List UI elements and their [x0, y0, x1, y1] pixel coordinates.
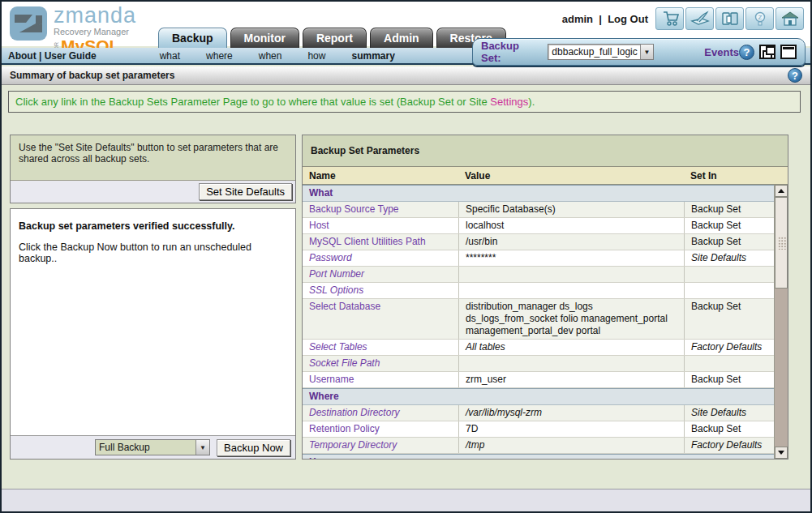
backup-now-actions: Full Backup ▼ Backup Now: [11, 435, 295, 459]
page-title-bar: Summary of backup set parameters ?: [2, 66, 810, 85]
info-message-before: Click any link in the Backup Sets Parame…: [15, 96, 490, 108]
bulb-tip-icon[interactable]: Z: [745, 7, 774, 30]
site-defaults-box: Use the "Set Site Defaults" button to se…: [10, 135, 296, 203]
param-link[interactable]: Select Tables: [309, 341, 367, 353]
param-value: zrm_user: [458, 372, 684, 387]
param-link[interactable]: Retention Policy: [309, 423, 380, 434]
param-link[interactable]: SSL Options: [309, 284, 363, 296]
info-message-bar: Click any link in the Backup Sets Parame…: [8, 91, 801, 113]
forum-icon[interactable]: [715, 7, 744, 30]
user-separator: |: [599, 13, 602, 25]
param-value: /tmp: [458, 438, 684, 453]
scrollbar-thumb[interactable]: [775, 197, 788, 289]
param-link[interactable]: Password: [309, 252, 352, 263]
param-set-in: Factory Defaults: [684, 438, 775, 453]
column-header-value: Value: [458, 170, 684, 182]
param-link[interactable]: MySQL Client Utilities Path: [309, 236, 426, 247]
backup-set-select-value: dbbackup_full_logic: [548, 45, 639, 59]
main-tabs: Backup Monitor Report Admin Restore: [158, 28, 506, 48]
quill-signup-icon[interactable]: [685, 7, 714, 30]
subnav-how[interactable]: how: [307, 50, 325, 62]
table-row: Destination Directory /var/lib/mysql-zrm…: [303, 405, 775, 421]
table-row: Port Number: [303, 267, 775, 283]
table-row: Temporary Directory /tmp Factory Default…: [303, 438, 775, 454]
column-header-set-in: Set In: [684, 170, 788, 182]
brand-subtitle: Recovery Manager: [54, 28, 136, 36]
param-link[interactable]: Backup Source Type: [309, 203, 399, 215]
settings-link[interactable]: Settings: [490, 96, 528, 108]
chevron-down-icon[interactable]: ▼: [195, 440, 209, 455]
site-defaults-actions: Set Site Defaults: [11, 181, 295, 203]
subnav-when[interactable]: when: [259, 50, 282, 62]
param-link[interactable]: Destination Directory: [309, 407, 399, 418]
table-row: Backup Source Type Specific Database(s) …: [303, 202, 775, 218]
backup-type-select[interactable]: Full Backup ▼: [95, 439, 210, 455]
param-value: ********: [458, 250, 684, 266]
tab-report[interactable]: Report: [303, 28, 367, 48]
status-text: Click the Backup Now button to run an un…: [11, 232, 295, 264]
parameters-table: What Backup Source Type Specific Databas…: [303, 185, 775, 459]
help-icon[interactable]: ?: [739, 45, 754, 60]
restore-window-icon[interactable]: [759, 45, 775, 59]
about-user-guide-links[interactable]: About | User Guide: [8, 50, 97, 62]
footer-bar: [2, 489, 810, 511]
subnav-summary[interactable]: summary: [351, 50, 394, 62]
table-row: Socket File Path: [303, 356, 775, 372]
backup-now-button[interactable]: Backup Now: [217, 439, 290, 456]
home-icon[interactable]: [775, 7, 804, 30]
section-label: How: [303, 455, 775, 459]
table-row: Username zrm_user Backup Set: [303, 372, 775, 388]
param-value: /usr/bin: [458, 234, 684, 250]
page-help-icon[interactable]: ?: [788, 68, 802, 83]
set-site-defaults-button[interactable]: Set Site Defaults: [199, 183, 292, 200]
header-toolbar: Z: [655, 7, 804, 30]
param-set-in: Site Defaults: [684, 250, 775, 266]
param-value: 7D: [458, 421, 684, 437]
tab-backup[interactable]: Backup: [158, 28, 227, 48]
param-link[interactable]: Select Database: [309, 301, 380, 312]
backup-set-label: Backup Set:: [481, 40, 541, 64]
param-link[interactable]: Port Number: [309, 268, 364, 280]
table-row: Select Database distribution_manager ds_…: [303, 299, 775, 340]
backup-subnav-links: what where when how summary: [160, 50, 395, 62]
parameters-table-wrap: What Backup Source Type Specific Databas…: [303, 185, 788, 459]
logout-link[interactable]: Log Out: [608, 13, 648, 25]
chevron-down-icon[interactable]: ▼: [640, 45, 654, 59]
param-link[interactable]: Temporary Directory: [309, 439, 397, 451]
param-value: [458, 356, 684, 371]
param-link[interactable]: Username: [309, 374, 354, 385]
tab-monitor[interactable]: Monitor: [230, 28, 299, 48]
subnav-where[interactable]: where: [206, 50, 233, 62]
status-title: Backup set parameters verified successfu…: [11, 209, 295, 232]
username: admin: [562, 13, 593, 25]
subnav-what[interactable]: what: [160, 50, 180, 62]
site-defaults-instructions: Use the "Set Site Defaults" button to se…: [11, 135, 295, 181]
backup-set-parameters-panel: Backup Set Parameters Name Value Set In …: [302, 135, 788, 460]
events-link[interactable]: Events: [704, 46, 739, 58]
page-title: Summary of backup set parameters: [10, 70, 174, 81]
param-value: distribution_manager ds_logs ds_logs_fro…: [458, 299, 684, 339]
tab-admin[interactable]: Admin: [370, 28, 433, 48]
scroll-up-icon[interactable]: [775, 185, 788, 197]
table-scrollbar[interactable]: [774, 185, 788, 459]
section-label: Where: [303, 389, 775, 404]
param-set-in: [684, 283, 775, 298]
maximize-window-icon[interactable]: [780, 45, 797, 59]
section-row-what: What: [303, 185, 775, 202]
param-set-in: Site Defaults: [684, 405, 775, 421]
scroll-down-icon[interactable]: [775, 447, 788, 459]
param-set-in: Backup Set: [684, 234, 775, 250]
param-value: [458, 267, 684, 282]
table-row: Retention Policy 7D Backup Set: [303, 421, 775, 438]
cart-icon[interactable]: [655, 7, 684, 30]
param-link[interactable]: Socket File Path: [309, 357, 380, 369]
app-window: zmanda Recovery Manager FOR MySQL admin …: [0, 0, 812, 513]
param-set-in: Backup Set: [684, 421, 775, 437]
backup-set-select[interactable]: dbbackup_full_logic ▼: [548, 44, 654, 60]
param-link[interactable]: Host: [309, 220, 329, 231]
param-value: All tables: [458, 340, 684, 355]
bar-window-controls: ?: [739, 45, 797, 60]
section-row-how: How: [303, 454, 775, 459]
parameters-column-headers: Name Value Set In: [303, 167, 788, 185]
svg-text:Z: Z: [758, 14, 762, 21]
